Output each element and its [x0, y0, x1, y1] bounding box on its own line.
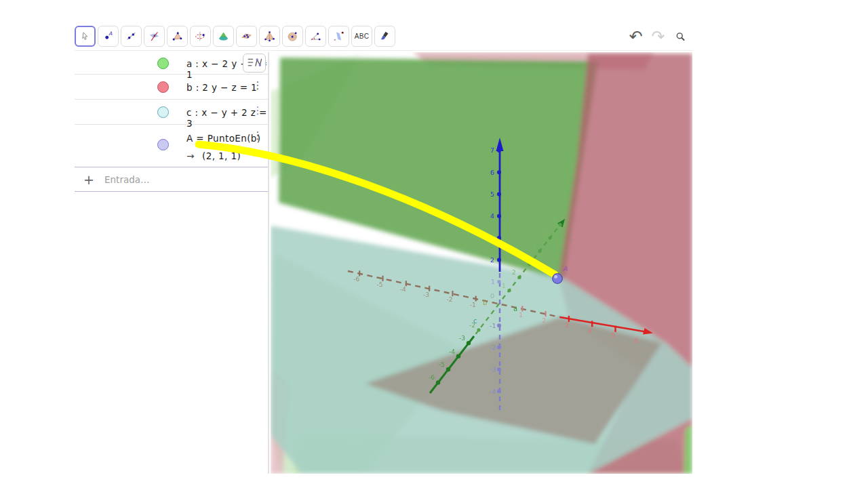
tool-polygon[interactable] [167, 26, 188, 47]
y-tick-label: 6 [553, 217, 557, 224]
algebra-row-A[interactable]: A = PuntoEn(b) → (2, 1, 1) ⋮ [75, 125, 268, 167]
row-menu-A[interactable]: ⋮ [252, 129, 264, 142]
visibility-toggle-A[interactable] [157, 139, 169, 150]
x-tick-label: -1 [470, 302, 476, 308]
y-tick-dot [456, 354, 460, 358]
x-tick-label: 6 [635, 338, 639, 344]
algebra-input[interactable] [103, 174, 268, 186]
add-entry-plus[interactable]: + [75, 172, 103, 187]
x-tick-label: 2 [542, 317, 547, 324]
x-tick-label: 4 [588, 327, 592, 334]
z-tick-label: -2 [490, 344, 496, 351]
planes-group [271, 52, 692, 474]
y-tick-dot [538, 249, 541, 253]
z-tick-dot [497, 192, 501, 197]
plane-label-a: a [513, 305, 517, 312]
z-tick-dot [497, 323, 501, 327]
z-tick-dot [497, 367, 501, 371]
y-tick-label: -5 [439, 361, 445, 368]
z-tick-dot [497, 389, 501, 393]
z-tick-label: 5 [490, 190, 494, 198]
algebra-row-c[interactable]: c : x − y + 2 z = 3 ⋮ [75, 100, 268, 125]
x-tick-label: -6 [353, 276, 359, 283]
tool-plane-through-points[interactable] [236, 26, 257, 47]
tool-pyramid[interactable] [259, 26, 280, 47]
value-A: (2, 1, 1) [202, 150, 241, 161]
x-tick-label: -2 [446, 296, 452, 303]
geogebra-window: AABC ↶ ↷ a : x − 2 y + z = 1 [0, 0, 868, 488]
tool-angle[interactable] [305, 26, 326, 47]
x-tick-label: -5 [377, 281, 383, 288]
y-tick-dot [528, 262, 531, 266]
y-tick-dot [507, 289, 511, 292]
tool-intersect-two-surfaces[interactable] [144, 26, 165, 47]
z-tick-label: -3 [490, 365, 496, 373]
x-tick-label: 5 [612, 332, 616, 339]
algebra-input-row: + [75, 167, 268, 192]
origin-label: 0 [490, 292, 494, 300]
graphics-3d-view[interactable]: -6-5-4-3-2-11234560123456-2-3-4-5-623456… [271, 52, 692, 474]
tool-cone[interactable] [213, 26, 234, 47]
search-icon [675, 28, 686, 45]
tool-sphere[interactable] [282, 26, 303, 47]
z-tick-label: 1 [491, 279, 495, 285]
tool-text[interactable]: ABC [351, 26, 372, 47]
toolbar: AABC ↶ ↷ [75, 24, 692, 51]
y-tick-label: 2 [512, 269, 516, 276]
y-tick-dot [467, 341, 471, 345]
plane-label-b: b [483, 299, 487, 306]
algebra-row-a[interactable]: a : x − 2 y + z = 1 [75, 52, 268, 75]
z-tick-dot [497, 236, 501, 240]
z-tick-dot [497, 258, 501, 262]
tool-move[interactable] [75, 26, 96, 47]
y-tick-dot [477, 328, 480, 331]
z-tick-label: 2 [490, 256, 494, 264]
visibility-toggle-c[interactable] [157, 106, 169, 118]
tool-point[interactable]: A [98, 26, 119, 47]
plane-label-c: c [473, 317, 477, 325]
y-tick-dot [436, 380, 440, 384]
equation-b: b : 2 y − z = 1 [186, 82, 257, 93]
x-tick-label: -4 [400, 286, 406, 293]
algebra-panel: a : x − 2 y + z = 1 b : 2 y − z = 1 ⋮ c … [75, 52, 269, 474]
y-tick-label: 3 [522, 256, 526, 263]
z-tick-label: 4 [490, 212, 494, 220]
definition-A: A = PuntoEn(b) [186, 133, 261, 144]
z-tick-dot [497, 280, 500, 283]
tool-circle-with-axis[interactable] [190, 26, 211, 47]
z-tick-dot [497, 346, 501, 350]
z-tick-dot [497, 214, 501, 218]
y-tick-label: 5 [542, 230, 547, 237]
y-tick-label: -6 [429, 374, 435, 381]
y-tick-dot [446, 367, 450, 371]
x-tick-label: 3 [565, 322, 569, 329]
z-tick-label: 7 [490, 146, 494, 154]
toolbar-right: ↶ ↷ [627, 24, 692, 45]
z-tick-dot [497, 170, 501, 174]
arrow-glyph: → [186, 150, 195, 161]
tool-reflect[interactable] [328, 26, 349, 47]
x-tick-label: -3 [423, 291, 429, 298]
tool-line[interactable] [121, 26, 142, 47]
point-A[interactable] [553, 274, 563, 284]
y-tick-label: 4 [532, 243, 536, 249]
redo-button[interactable]: ↷ [649, 27, 667, 45]
z-tick-label: 3 [490, 235, 494, 242]
visibility-toggle-b[interactable] [157, 81, 169, 93]
y-tick-dot [558, 223, 561, 226]
search-button[interactable] [671, 27, 690, 45]
y-tick-dot [517, 276, 521, 279]
algebra-row-b[interactable]: b : 2 y − z = 1 ⋮ [75, 75, 268, 100]
row-menu-b[interactable]: ⋮ [252, 79, 264, 92]
z-tick-label: -1 [490, 322, 496, 329]
z-tick-label: -4 [490, 388, 496, 395]
y-tick-label: 1 [502, 283, 506, 289]
visibility-toggle-a[interactable] [157, 58, 169, 69]
undo-button[interactable]: ↶ [627, 27, 645, 45]
row-menu-c[interactable]: ⋮ [252, 104, 264, 117]
x-tick-label: 1 [519, 312, 523, 319]
y-tick-label: -3 [459, 335, 465, 342]
tool-style-brush[interactable] [374, 26, 395, 47]
y-tick-label: -4 [449, 348, 455, 355]
input-style-button[interactable] [243, 54, 266, 73]
